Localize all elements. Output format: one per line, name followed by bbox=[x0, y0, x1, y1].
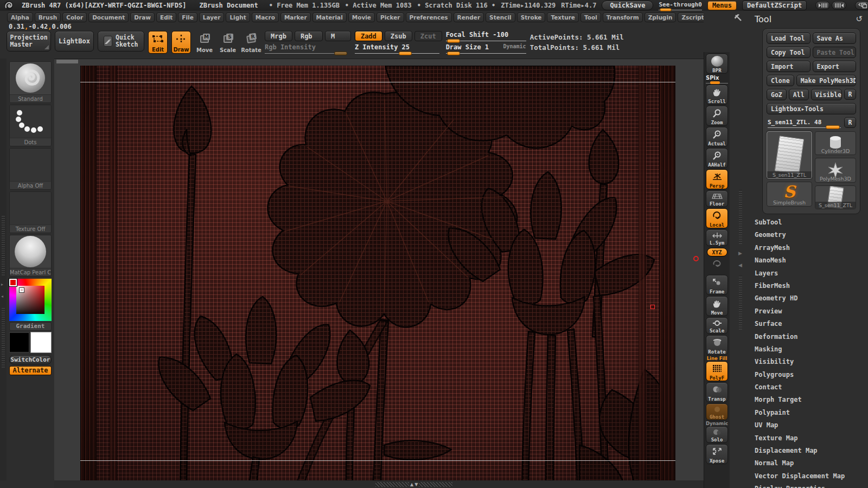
main-color-swatch[interactable] bbox=[9, 332, 29, 352]
make-polymesh3d-button[interactable]: Make PolyMesh3D bbox=[796, 75, 856, 86]
lightbox-button[interactable]: LightBox bbox=[55, 31, 94, 52]
menu-item-brush[interactable]: Brush bbox=[35, 12, 61, 22]
gradient-button[interactable]: Gradient bbox=[9, 322, 52, 331]
projection-master-button[interactable]: Projection Master bbox=[7, 31, 51, 52]
lsym-button[interactable]: L.Sym bbox=[706, 229, 728, 246]
xyz-button[interactable]: XYZ bbox=[707, 248, 727, 256]
menu-item-color[interactable]: Color bbox=[62, 12, 87, 22]
quicksave-button[interactable]: QuickSave bbox=[602, 1, 653, 10]
move-mode-button[interactable]: M Move bbox=[195, 31, 214, 54]
expand-right-icon[interactable]: ▸ bbox=[1, 282, 3, 287]
dynamic-label[interactable]: Dynamic bbox=[503, 43, 526, 51]
rgb-intensity-slider[interactable]: Rgb Intensity bbox=[265, 43, 347, 54]
switch-color-button[interactable]: SwitchColor bbox=[9, 355, 52, 364]
section-deformation[interactable]: Deformation bbox=[730, 331, 868, 343]
menu-item-edit[interactable]: Edit bbox=[156, 12, 176, 22]
current-texture-thumbnail[interactable]: Texture Off bbox=[9, 191, 52, 233]
gyro-icon[interactable] bbox=[704, 258, 730, 269]
menu-item-draw[interactable]: Draw bbox=[130, 12, 155, 22]
copy-tool-button[interactable]: Copy Tool bbox=[767, 47, 810, 58]
section-preview[interactable]: Preview bbox=[730, 305, 868, 318]
zadd-button[interactable]: Zadd bbox=[355, 31, 382, 41]
spix-handle[interactable] bbox=[710, 81, 720, 84]
menu-item-material[interactable]: Material bbox=[312, 12, 347, 22]
export-button[interactable]: Export bbox=[813, 61, 857, 72]
menu-item-macro[interactable]: Macro bbox=[252, 12, 279, 22]
section-subtool[interactable]: SubTool bbox=[730, 216, 868, 229]
bpr-button[interactable]: BPR bbox=[706, 54, 728, 74]
cylinder3d-thumbnail[interactable]: Cylinder3D bbox=[815, 131, 856, 155]
current-material-thumbnail[interactable]: MatCap Pearl Ca bbox=[9, 235, 52, 277]
local-button[interactable]: Local bbox=[706, 208, 728, 228]
collapse-left-icon[interactable]: ◂ bbox=[1, 294, 3, 299]
simplebrush-thumbnail[interactable]: S SimpleBrush bbox=[767, 182, 812, 207]
default-zscript-button[interactable]: DefaultZScript bbox=[742, 1, 807, 10]
draw-size-slider[interactable]: Draw Size 1Dynamic bbox=[446, 43, 526, 54]
see-through-slider[interactable]: See-through 0 bbox=[659, 1, 701, 10]
canvas-tab[interactable] bbox=[56, 60, 78, 63]
menu-item-zscript[interactable]: Zscript bbox=[678, 12, 704, 22]
section-normal-map[interactable]: Normal Map bbox=[730, 457, 868, 470]
section-polypaint[interactable]: Polypaint bbox=[730, 407, 868, 419]
scroll-down-icon[interactable]: ▼ bbox=[414, 482, 418, 487]
paste-tool-button[interactable]: Paste Tool bbox=[813, 47, 857, 58]
section-polygroups[interactable]: Polygroups bbox=[730, 369, 868, 381]
divider-left-icon[interactable] bbox=[815, 1, 830, 10]
spix-slider[interactable]: SPix bbox=[706, 75, 728, 84]
alternate-button[interactable]: Alternate bbox=[9, 366, 52, 375]
panel-divider-rail[interactable]: ▶ ◀ bbox=[738, 190, 743, 347]
z-intensity-handle[interactable] bbox=[399, 52, 412, 55]
zoom-button[interactable]: Zoom bbox=[706, 106, 728, 126]
solo-button[interactable]: Solo bbox=[706, 426, 728, 443]
section-contact[interactable]: Contact bbox=[730, 381, 868, 394]
color-picker[interactable] bbox=[9, 279, 52, 321]
section-fibermesh[interactable]: FiberMesh bbox=[730, 280, 868, 292]
section-geometry-hd[interactable]: Geometry HD bbox=[730, 292, 868, 305]
active-tool-handle[interactable] bbox=[826, 125, 840, 129]
menu-item-light[interactable]: Light bbox=[226, 12, 250, 22]
section-uv-map[interactable]: UV Map bbox=[730, 419, 868, 432]
menu-item-tool[interactable]: Tool bbox=[580, 12, 601, 22]
active-tool-thumbnail[interactable]: S_sen11_ZTL bbox=[767, 131, 812, 179]
menu-item-document[interactable]: Document bbox=[88, 12, 129, 22]
z-intensity-slider[interactable]: Z Intensity 25 bbox=[355, 43, 439, 54]
goz-r-button[interactable]: R bbox=[844, 89, 856, 100]
menu-item-stencil[interactable]: Stencil bbox=[486, 12, 515, 22]
zcut-button[interactable]: Zcut bbox=[414, 31, 442, 41]
menu-item-marker[interactable]: Marker bbox=[280, 12, 311, 22]
menu-item-preferences[interactable]: Preferences bbox=[406, 12, 452, 22]
menu-item-transform[interactable]: Transform bbox=[603, 12, 643, 22]
current-stroke-thumbnail[interactable]: Dots bbox=[9, 105, 52, 146]
rotate-mode-button[interactable]: R Rotate bbox=[241, 31, 261, 54]
menu-item-picker[interactable]: Picker bbox=[376, 12, 404, 22]
scroll-button[interactable]: Scroll bbox=[706, 85, 728, 105]
quick-sketch-button[interactable]: Quick Sketch bbox=[98, 31, 144, 52]
floor-button[interactable]: Floor bbox=[706, 190, 728, 207]
sculpt-relief[interactable] bbox=[80, 66, 675, 481]
saturation-square[interactable] bbox=[16, 286, 44, 314]
secondary-color-swatch[interactable] bbox=[30, 332, 52, 353]
move-button[interactable]: Move bbox=[706, 296, 728, 316]
previous-tool-thumbnail[interactable]: S_sen11_ZTL bbox=[815, 185, 856, 209]
section-geometry[interactable]: Geometry bbox=[730, 229, 868, 241]
scale-button[interactable]: Scale bbox=[706, 317, 728, 334]
m-button[interactable]: M bbox=[325, 31, 351, 41]
current-alpha-thumbnail[interactable]: Alpha Off bbox=[9, 148, 52, 190]
edit-mode-button[interactable]: Edit bbox=[148, 31, 168, 54]
document-canvas[interactable] bbox=[54, 59, 704, 480]
tool-r-button[interactable]: R bbox=[844, 117, 856, 128]
section-texture-map[interactable]: Texture Map bbox=[730, 432, 868, 445]
menus-button[interactable]: Menus bbox=[707, 1, 737, 10]
rgb-button[interactable]: Rgb bbox=[295, 31, 323, 41]
menu-item-file[interactable]: File bbox=[178, 12, 197, 22]
section-morph-target[interactable]: Morph Target bbox=[730, 394, 868, 406]
xpose-button[interactable]: Xpose bbox=[706, 444, 728, 464]
mrgb-button[interactable]: Mrgb bbox=[265, 31, 292, 41]
section-displacement-map[interactable]: Displacement Map bbox=[730, 445, 868, 457]
polymesh3d-thumbnail[interactable]: PolyMesh3D bbox=[815, 158, 856, 183]
menu-item-stroke[interactable]: Stroke bbox=[517, 12, 546, 22]
lightbox-tools-button[interactable]: Lightbox▸Tools bbox=[767, 103, 856, 114]
section-vector-displacement-map[interactable]: Vector Displacement Map bbox=[730, 470, 868, 483]
left-divider-rail[interactable]: ▸ ◂ bbox=[0, 59, 7, 480]
horizontal-scrollbar[interactable]: ▲ ▼ bbox=[375, 482, 452, 487]
